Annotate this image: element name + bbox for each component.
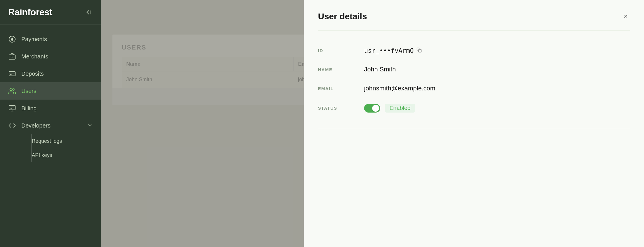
sidebar-item-billing-label: Billing <box>21 105 37 112</box>
name-value: John Smith <box>364 66 396 73</box>
detail-row-email: EMAIL johnsmith@example.com <box>318 79 630 98</box>
sidebar-item-users-label: Users <box>21 88 36 94</box>
panel-header: User details × <box>318 12 630 21</box>
svg-rect-5 <box>9 71 15 76</box>
billing-icon <box>8 104 16 112</box>
close-icon: × <box>624 12 628 20</box>
sidebar-item-merchants[interactable]: Merchants <box>0 48 101 65</box>
deposit-icon <box>8 70 16 78</box>
sidebar: Rainforest Payments <box>0 0 101 247</box>
svg-point-8 <box>10 88 12 91</box>
panel-bottom-divider <box>318 129 630 129</box>
sidebar-item-developers[interactable]: Developers <box>0 117 101 134</box>
sidebar-collapse-button[interactable] <box>83 7 93 17</box>
sidebar-item-merchants-label: Merchants <box>21 53 48 60</box>
svg-point-1 <box>9 36 15 42</box>
chevron-down-icon <box>87 122 93 129</box>
status-row: Enabled <box>364 104 415 113</box>
store-icon <box>8 52 16 60</box>
sidebar-sub-nav: Request logs API keys <box>0 134 101 162</box>
collapse-icon <box>84 9 92 16</box>
svg-rect-14 <box>419 49 421 52</box>
sidebar-header: Rainforest <box>0 0 101 25</box>
status-label: STATUS <box>318 106 364 111</box>
sidebar-item-users[interactable]: Users <box>0 82 101 100</box>
dollar-circle-icon <box>8 35 16 43</box>
panel-close-button[interactable]: × <box>622 12 630 21</box>
sidebar-item-deposits[interactable]: Deposits <box>0 65 101 82</box>
detail-row-status: STATUS Enabled <box>318 98 630 118</box>
sidebar-item-payments-label: Payments <box>21 36 47 43</box>
name-label: NAME <box>318 67 364 72</box>
id-label: ID <box>318 48 364 53</box>
app-title: Rainforest <box>8 7 52 18</box>
svg-rect-9 <box>9 105 15 110</box>
sidebar-item-deposits-label: Deposits <box>21 71 44 77</box>
detail-row-name: NAME John Smith <box>318 60 630 79</box>
status-badge: Enabled <box>385 104 415 113</box>
user-details-panel: User details × ID usr_•••fvArmQ NAME <box>304 0 644 247</box>
status-toggle[interactable] <box>364 104 380 113</box>
sidebar-nav: Payments Merchants <box>0 25 101 247</box>
sidebar-item-api-keys[interactable]: API keys <box>32 148 101 162</box>
sidebar-item-payments[interactable]: Payments <box>0 31 101 48</box>
email-value: johnsmith@example.com <box>364 85 435 92</box>
users-icon <box>8 87 16 95</box>
detail-row-id: ID usr_•••fvArmQ <box>318 41 630 60</box>
panel-title: User details <box>318 12 367 21</box>
sidebar-item-developers-label: Developers <box>21 122 50 129</box>
sidebar-item-request-logs[interactable]: Request logs <box>32 134 101 148</box>
developers-icon <box>8 121 16 130</box>
email-label: EMAIL <box>318 86 364 91</box>
sidebar-item-billing[interactable]: Billing <box>0 100 101 117</box>
copy-icon[interactable] <box>417 48 422 54</box>
main-content: USERS Name Email John Smith j <box>101 0 644 247</box>
id-value: usr_•••fvArmQ <box>364 47 422 54</box>
panel-top-divider <box>318 31 630 31</box>
